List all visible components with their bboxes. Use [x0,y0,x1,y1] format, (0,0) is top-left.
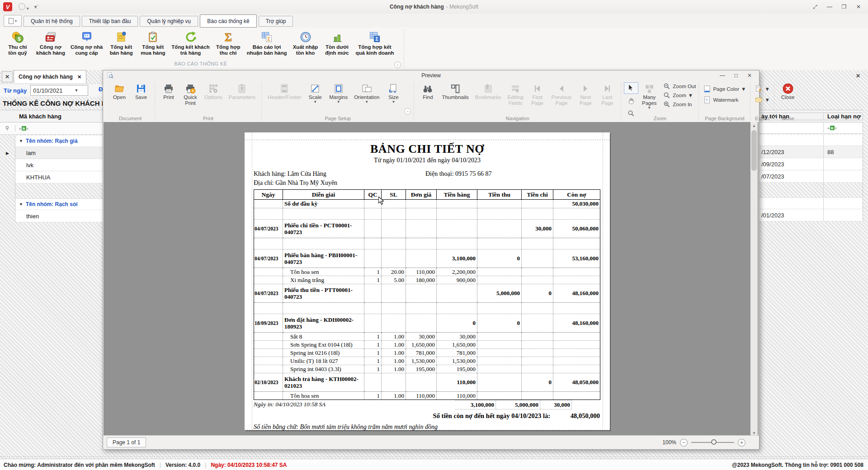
toolbar-button-zoom-out[interactable]: Zoom Out [663,82,696,90]
toolbar-button-orientation[interactable]: Orientation▼ [351,81,382,105]
toolbar-button-zoom-in[interactable]: Zoom In [663,100,696,108]
toolbar-button-size[interactable]: Size▼ [382,81,404,105]
zoom-slider[interactable] [691,442,734,443]
toolbar-button-label: Thumbnails [442,94,468,100]
report-cell [522,314,553,333]
chevron-down-icon[interactable]: ▼ [19,139,23,143]
quick-access-button[interactable]: ▾ [19,3,29,11]
ribbon-button-label: Tổng kết [142,44,164,50]
group-row[interactable]: ▼Tên nhóm: Rạch sỏi [0,199,103,210]
ribbon-button-label: trả hàng [180,50,201,56]
ribbon-button-tổng-kết-bán-hàng[interactable]: Tổng kếtbán hàng [105,29,137,56]
zoom-in-button[interactable]: + [738,439,745,446]
ribbon-button-tồn-dưới-định-mức[interactable]: Tồn dướiđịnh mức [321,29,353,56]
toolbar-button-zoom[interactable]: Zoom▼ [663,91,696,99]
toolbar-button-margins[interactable]: Margins▼ [326,81,351,105]
menu-tab-báo-cáo-thống-kê[interactable]: Báo cáo thống kê [200,14,256,28]
toolbar-button-many-pages[interactable]: Many Pages▼ [638,81,660,111]
scroll-up-icon[interactable]: ▲ [750,122,758,129]
close-button[interactable]: ✕ [853,2,864,11]
menu-tab-trợ-giúp[interactable]: Trợ giúp [259,16,293,27]
toolbar-button-page-color[interactable]: Page Color▼ [702,84,747,94]
ribbon-button-label: thu chi [220,50,237,56]
toolbar-button-print[interactable]: Print [158,81,179,102]
hand-tool-button[interactable] [624,95,638,107]
restore-layout-icon[interactable]: ⤢ [809,2,821,11]
group-dialog-launcher-icon[interactable]: ⌄ [404,108,411,115]
customer-row-lam[interactable]: ▶lam [0,147,103,159]
ribbon-button-thu-chi-tồn-quỹ[interactable]: €$Thu chitồn quỹ [2,29,33,56]
from-date-input[interactable]: 01/10/2021 ▼ [30,85,88,96]
due-date-row[interactable]: /09/2023 [760,158,863,170]
ribbon-collapse-icon[interactable]: ⌄ [394,61,401,68]
report-cell: 1.00 [382,349,406,357]
customer-code-cell[interactable]: KHTHUA [15,171,103,183]
vertical-scrollbar[interactable]: ▲ ▼ [750,122,758,437]
toolbar-button-open[interactable]: Open [108,81,130,102]
toolbar-customize-icon[interactable]: ▼̄ [33,5,38,9]
abc-filter-icon: ᴀBᴄ [827,126,837,130]
group-row[interactable]: ▼Tên nhóm: Rạch giá [0,136,103,147]
toolbar-group-page-background: Page Color▼AWatermark [700,80,749,122]
customer-code-cell[interactable]: lam [15,147,103,159]
menu-tab-thiết-lập-ban-đầu[interactable]: Thiết lập ban đầu [82,16,138,27]
report-cell: 1,530,000 [437,357,477,365]
column-header-loai-han-no[interactable]: Loại hạn nợ [824,113,863,120]
customer-row-thien[interactable]: thien [0,210,103,222]
due-date-row[interactable]: /07/2023 [760,170,863,183]
customer-row-KHTHUA[interactable]: KHTHUA [0,171,103,183]
toolbar-button-quick-print[interactable]: Quick Print [179,81,201,108]
menu-tab-quản-trị-hệ-thống[interactable]: Quản trị hệ thống [24,16,80,27]
filter-cell[interactable]: ᴀBᴄ [15,126,103,131]
toolbar-button-save[interactable]: Save [130,81,152,102]
tab-close-icon[interactable]: ✕ [77,74,81,80]
ribbon-button-tổng-hợp-thu-chi[interactable]: ΣTổng hợpthu chi [212,29,244,56]
due-date-row[interactable]: /12/202388 [760,146,863,158]
menu-tab-quản-lý-nghiệp-vụ[interactable]: Quản lý nghiệp vụ [140,16,198,27]
report-cell: 1.00 [382,365,406,373]
customer-code-cell[interactable]: thien [15,210,103,222]
magnifier-tool-button[interactable] [624,108,638,119]
toolbar-button-thumbnails[interactable]: Thumbnails [439,81,472,102]
ribbon-tab-bar: ▾ Quản trị hệ thốngThiết lập ban đầuQuản… [0,14,868,28]
printer-icon [163,83,174,94]
pointer-tool-button[interactable] [624,82,638,94]
customer-row-lvk[interactable]: lvk [0,159,103,171]
due-date-row[interactable]: /01/2023 [760,209,863,221]
ribbon-button-tổng-hợp-kết-quả-kinh-doanh[interactable]: ΣTổng hợp kếtquả kinh doanh [353,29,397,56]
document-tab[interactable]: Công nợ khách hàng ✕ [14,70,86,83]
application-menu-button[interactable]: ▾ [4,15,22,27]
toolbar-button-scale[interactable]: Scale▼ [304,81,326,105]
send-email-button[interactable]: ▼ [753,95,771,105]
panel-close-icon[interactable]: ✕ [854,71,863,80]
ribbon-button-xuất-nhập-tồn-kho[interactable]: Xuất nhậptồn kho [290,29,321,56]
column-header-ma-khach-hang[interactable]: Mã khách hàng [15,113,103,120]
chevron-down-icon[interactable]: ▼ [19,202,23,207]
nav-prev-icon [556,83,567,94]
ribbon-button-tổng-kết-mua-hàng[interactable]: Tổng kếtmua hàng [137,29,169,56]
ribbon-button-tổng-kết-khách-trả-hàng[interactable]: Tổng kết kháchtrả hàng [169,29,212,56]
ribbon-button-công-nợ-khách-hàng[interactable]: Công nợkhách hàng [33,29,68,56]
clock-icon [299,31,312,43]
zoom-slider-thumb[interactable] [711,439,717,445]
chevron-down-icon: ▼ [313,100,317,104]
closing-value: 48,050,000 [550,412,600,420]
customer-code-cell[interactable]: lvk [15,159,103,171]
toolbar-button-find[interactable]: Find [417,81,439,102]
report-cell [254,349,283,357]
preview-close-toolbar-button[interactable]: Close [777,81,799,102]
maximize-button[interactable]: ❐ [838,2,850,11]
zoom-out-button[interactable]: − [680,439,688,446]
ribbon-button-báo-cáo-lợi-nhuận-bán-hàng[interactable]: ΣBáo cáo lợinhuận bán hàng [244,29,290,56]
filter-cell[interactable] [760,122,824,134]
filter-cell[interactable]: ᴀBᴄ [824,122,863,134]
minimize-button[interactable]: — [824,2,835,11]
toolbar-button-watermark[interactable]: AWatermark [702,95,747,105]
chevron-down-icon[interactable]: ▼ [62,88,88,93]
report-cell [522,365,553,373]
scrollbar-thumb[interactable] [751,130,757,171]
export-document-button[interactable]: ▼ [753,84,771,94]
report-table-header-row: NgàyDiễn giảiQCSLĐơn giáTiền hàngTiền th… [254,190,600,200]
ribbon-button-công-nợ-nhà-cung-cấp[interactable]: Công nợ nhàcung cấp [68,29,105,56]
document-tab-close-button[interactable]: ✕ [2,71,13,82]
